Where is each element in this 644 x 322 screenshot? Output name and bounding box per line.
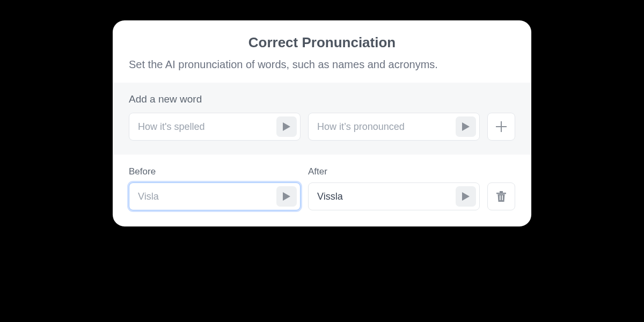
pronounced-input[interactable] <box>316 121 456 133</box>
add-word-button[interactable] <box>487 113 515 141</box>
panel-title: Correct Pronunciation <box>129 34 515 51</box>
after-input-wrap <box>308 182 480 210</box>
play-icon <box>462 192 470 201</box>
spelled-column <box>129 113 301 141</box>
spelled-input-wrap <box>129 113 301 141</box>
pronounced-column <box>308 113 480 141</box>
play-before-button[interactable] <box>276 186 297 207</box>
before-input[interactable] <box>137 191 276 203</box>
plus-icon <box>496 121 507 132</box>
after-input[interactable] <box>316 191 456 203</box>
delete-entry-button[interactable] <box>487 182 515 210</box>
pronunciation-panel: Correct Pronunciation Set the AI pronunc… <box>113 20 531 226</box>
add-word-section: Add a new word <box>113 83 531 155</box>
add-word-heading: Add a new word <box>129 93 515 105</box>
play-after-button[interactable] <box>456 186 476 207</box>
after-column: After <box>308 166 480 210</box>
pronounced-input-wrap <box>308 113 480 141</box>
spelled-input[interactable] <box>137 121 276 133</box>
before-column: Before <box>129 166 301 210</box>
entry-row: Before After <box>129 166 515 210</box>
trash-icon <box>496 191 506 202</box>
panel-subtitle: Set the AI pronunciation of words, such … <box>129 58 515 71</box>
entries-section: Before After <box>113 155 531 226</box>
play-icon <box>462 122 470 131</box>
play-pronounced-button[interactable] <box>456 116 476 137</box>
before-input-wrap <box>129 182 301 210</box>
panel-header: Correct Pronunciation Set the AI pronunc… <box>113 20 531 83</box>
play-icon <box>283 122 290 131</box>
svg-rect-3 <box>502 195 503 200</box>
svg-rect-0 <box>496 193 506 194</box>
after-label: After <box>308 166 480 177</box>
play-spelled-button[interactable] <box>276 116 297 137</box>
svg-rect-2 <box>500 195 501 200</box>
before-label: Before <box>129 166 301 177</box>
add-word-row <box>129 113 515 141</box>
play-icon <box>283 192 290 201</box>
svg-rect-1 <box>500 191 503 193</box>
